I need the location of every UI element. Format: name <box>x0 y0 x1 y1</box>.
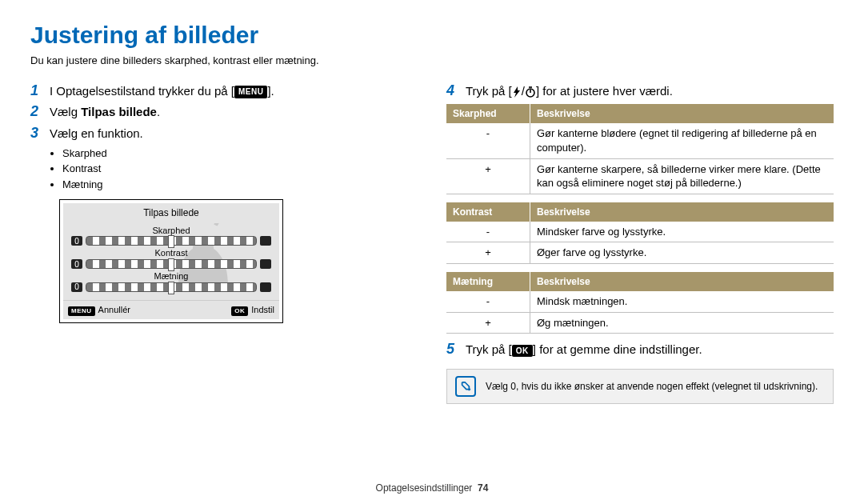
table-header: Kontrast <box>446 202 530 222</box>
step-text: ]. <box>267 84 274 98</box>
table-row: -Gør kanterne blødere (egnet til rediger… <box>446 123 834 158</box>
step-number: 1 <box>30 83 50 99</box>
function-list: Skarphed Kontrast Mætning <box>51 146 418 192</box>
table-header: Beskrivelse <box>530 202 834 222</box>
step-1: 1 I Optagelsestilstand trykker du på [ME… <box>30 83 418 99</box>
table-row: +Øg mætningen. <box>446 312 834 334</box>
ok-badge-icon: OK <box>231 306 248 317</box>
saturation-table: MætningBeskrivelse -Mindsk mætningen. +Ø… <box>446 272 834 334</box>
footer-section: Optagelsesindstillinger <box>376 482 473 494</box>
list-item: Skarphed <box>62 146 418 161</box>
menu-icon: MENU <box>234 86 267 98</box>
ok-icon: OK <box>512 345 533 358</box>
table-row: -Mindsker farve og lysstyrke. <box>446 222 834 242</box>
contrast-table: KontrastBeskrivelse -Mindsker farve og l… <box>446 202 834 264</box>
info-icon <box>455 376 476 397</box>
step-text: Tryk på [ <box>466 84 512 98</box>
sharpness-table: SkarphedBeskrivelse -Gør kanterne bløder… <box>446 104 834 194</box>
slider-right-icon <box>260 282 271 292</box>
table-row: -Mindsk mætningen. <box>446 291 834 312</box>
step-text: . <box>157 105 160 118</box>
slider-left-icon: 0 <box>71 236 82 246</box>
lcd-set: OKIndstil <box>231 304 274 317</box>
slider-label: Skarphed <box>71 225 271 237</box>
contrast-slider: 0 <box>71 259 271 269</box>
step-text: Vælg en funktion. <box>50 126 418 142</box>
slider-label: Mætning <box>71 270 271 282</box>
table-row: +Gør kanterne skarpere, så billederne vi… <box>446 158 834 194</box>
lcd-cancel: MENUAnnullér <box>68 304 130 317</box>
step-text: Tryk på [ <box>466 342 512 356</box>
list-item: Kontrast <box>62 162 418 176</box>
page-title: Justering af billeder <box>30 19 834 52</box>
menu-badge-icon: MENU <box>68 306 95 317</box>
info-note: Vælg 0, hvis du ikke ønsker at anvende n… <box>446 369 834 404</box>
step-number: 4 <box>446 83 466 99</box>
saturation-slider: 0 <box>71 282 271 292</box>
timer-icon <box>525 86 536 98</box>
table-header: Skarphed <box>446 104 530 123</box>
slider-left-icon: 0 <box>71 259 82 269</box>
page-subtitle: Du kan justere dine billeders skarphed, … <box>30 54 834 68</box>
table-header: Beskrivelse <box>530 272 834 291</box>
menu-item-name: Tilpas billede <box>81 105 157 118</box>
step-number: 2 <box>30 104 50 120</box>
flash-icon <box>512 86 522 98</box>
camera-lcd: Tilpas billede Skarphed 0 K <box>59 199 283 323</box>
step-number: 5 <box>446 342 466 358</box>
slider-left-icon: 0 <box>71 282 82 292</box>
step-3: 3 Vælg en funktion. <box>30 126 418 142</box>
slider-label: Kontrast <box>71 247 271 259</box>
sharpness-slider: 0 <box>71 236 271 246</box>
table-header: Mætning <box>446 272 530 291</box>
page-footer: Optagelsesindstillinger 74 <box>0 482 864 494</box>
list-item: Mætning <box>62 178 418 192</box>
step-text: ] for at justere hver værdi. <box>536 84 673 98</box>
step-text: ] for at gemme dine indstillinger. <box>533 342 702 356</box>
table-row: +Øger farve og lysstyrke. <box>446 242 834 264</box>
step-2: 2 Vælg Tilpas billede. <box>30 104 418 120</box>
lcd-title: Tilpas billede <box>63 203 279 222</box>
step-number: 3 <box>30 126 50 142</box>
slider-right-icon <box>260 259 271 269</box>
step-4: 4 Tryk på [/] for at justere hver værdi. <box>446 83 834 99</box>
table-header: Beskrivelse <box>530 104 834 123</box>
page-number: 74 <box>478 482 488 494</box>
note-text: Vælg 0, hvis du ikke ønsker at anvende n… <box>486 380 818 393</box>
step-text: I Optagelsestilstand trykker du på [ <box>50 84 234 98</box>
step-text: Vælg <box>50 105 81 118</box>
slider-right-icon <box>260 236 271 246</box>
step-5: 5 Tryk på [OK] for at gemme dine indstil… <box>446 342 834 358</box>
